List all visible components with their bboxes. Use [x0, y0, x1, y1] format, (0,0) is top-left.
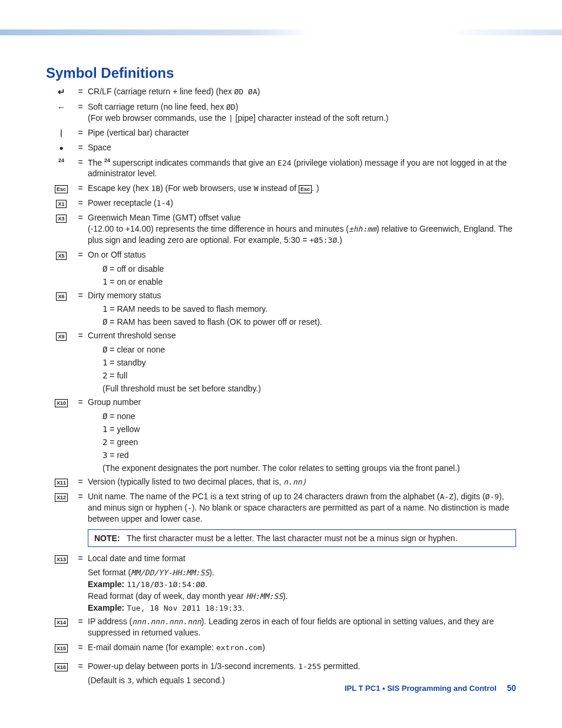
equals: = [73, 86, 88, 97]
sup-24-icon: 24 [58, 157, 64, 163]
x10-note: (The exponent designates the port number… [103, 463, 516, 473]
heading-symbol-definitions: Symbol Definitions [46, 65, 516, 81]
softcr-desc: Soft carriage return (no line feed, hex … [88, 101, 516, 124]
x13-ex1: Example: 11/18/Ø3-1Ø:54:ØØ. [88, 579, 516, 589]
x1-icon: X1 [56, 200, 66, 208]
x10-opt-2: 2 = green [103, 437, 516, 447]
x13-icon: X13 [55, 555, 68, 564]
x12-icon: X12 [55, 493, 68, 502]
x9-note: (Full threshold must be set before stand… [103, 384, 516, 393]
top-gradient-bar [0, 29, 562, 35]
footer-title: IPL T PC1 • SIS Programming and Control [345, 684, 497, 693]
x13-set: Set format (MM/DD/YY-HH:MM:SS). [88, 568, 516, 577]
def-x3: X3 = Greenwich Mean Time (GMT) offset va… [49, 212, 516, 246]
def-x16: X16 = Power-up delay between ports in 1/… [49, 661, 516, 672]
x13-read: Read format (day of week, day month year… [88, 591, 516, 601]
x6-opt-0: Ø = RAM has been saved to flash (OK to p… [103, 317, 516, 327]
x10-opt-0: Ø = none [103, 411, 516, 421]
def-x14: X14 = IP address (nnn.nnn.nnn.nnn). Lead… [49, 616, 516, 638]
x5-opt-0: Ø = off or disable [103, 264, 516, 274]
x9-icon: X9 [56, 332, 66, 341]
def-x11: X11 = Version (typically listed to two d… [49, 476, 516, 487]
definitions-list: ↵ = CR/LF (carriage return + line feed) … [49, 86, 516, 685]
def-x5: X5 = On or Off status [49, 249, 516, 261]
def-soft-cr: ← = Soft carriage return (no line feed, … [49, 101, 516, 124]
def-x9: X9 = Current threshold sense [49, 330, 516, 341]
x16-icon: X16 [55, 663, 68, 671]
page-footer: IPL T PC1 • SIS Programming and Control … [345, 683, 516, 693]
x15-icon: X15 [55, 644, 68, 653]
x9-opt-0: Ø = clear or none [103, 345, 516, 354]
def-pipe: | = Pipe (vertical bar) character [49, 127, 516, 139]
pipe-icon: | [59, 129, 64, 137]
def-x1: X1 = Power receptacle (1-4) [49, 197, 516, 209]
x10-icon: X10 [55, 399, 68, 407]
return-icon: ↵ [58, 87, 65, 97]
x9-opt-2: 2 = full [103, 371, 516, 380]
x6-opt-1: 1 = RAM needs to be saved to flash memor… [103, 304, 516, 314]
note-text: The first character must be a letter. Th… [127, 533, 458, 543]
x5-opt-1: 1 = on or enable [103, 277, 516, 286]
footer-page: 50 [507, 683, 516, 693]
def-24: 24 = The 24 superscript indicates comman… [49, 157, 516, 179]
x6-icon: X6 [56, 292, 66, 301]
esc-key-icon: Esc [55, 185, 68, 193]
def-esc: Esc = Escape key (hex 1B) (For web brows… [49, 183, 516, 194]
note-box: NOTE: The first character must be a lett… [88, 529, 516, 547]
note-label: NOTE: [94, 533, 120, 543]
x9-opt-1: 1 = standby [103, 358, 516, 367]
def-crlf: ↵ = CR/LF (carriage return + line feed) … [49, 86, 516, 98]
x13-ex2: Example: Tue, 18 Nov 2Ø11 18:19:33. [88, 603, 516, 612]
def-x6: X6 = Dirty memory status [49, 290, 516, 301]
x10-opt-3: 3 = red [103, 450, 516, 460]
x11-icon: X11 [55, 479, 68, 487]
crlf-desc: CR/LF (carriage return + line feed) (hex… [88, 86, 516, 97]
def-x15: X15 = E-mail domain name (for example: e… [49, 642, 516, 653]
def-x10: X10 = Group number [49, 397, 516, 408]
x5-icon: X5 [56, 252, 66, 260]
def-x12: X12 = Unit name. The name of the PC1 is … [49, 491, 516, 525]
def-x13: X13 = Local date and time format [49, 553, 516, 564]
x10-opt-1: 1 = yellow [103, 424, 516, 434]
x14-icon: X14 [55, 618, 68, 627]
x3-icon: X3 [56, 215, 66, 223]
def-space: ● = Space [49, 142, 516, 153]
back-arrow-icon: ← [57, 102, 66, 112]
bullet-icon: ● [59, 144, 63, 152]
